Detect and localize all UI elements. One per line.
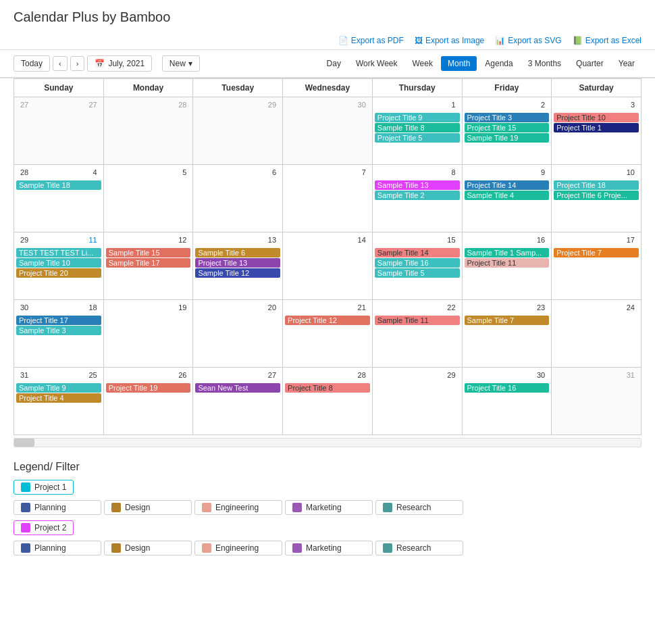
event-2-6-0[interactable]: Project Title 7	[554, 248, 639, 257]
tab-quarter[interactable]: Quarter	[569, 56, 610, 71]
legend-item-engineering-2[interactable]: Engineering	[194, 541, 282, 555]
export-svg-button[interactable]: 📊 Export as SVG	[495, 36, 561, 45]
calendar-day-2-3[interactable]: 14	[283, 232, 373, 300]
calendar-day-4-4[interactable]: 29	[372, 368, 462, 435]
tab-year[interactable]: Year	[612, 56, 641, 71]
calendar-day-0-5[interactable]: 2Project Title 3Project Title 15Sample T…	[462, 97, 552, 165]
event-2-2-0[interactable]: Sample Title 6	[195, 248, 280, 257]
tab-agenda[interactable]: Agenda	[478, 56, 519, 71]
event-0-5-2[interactable]: Sample Title 19	[465, 133, 550, 143]
calendar-day-3-4[interactable]: 22Sample Title 11	[372, 300, 462, 368]
calendar-day-2-4[interactable]: 15Sample Title 14Sample Title 16Sample T…	[372, 232, 462, 300]
event-1-4-0[interactable]: Sample Title 13	[375, 180, 460, 190]
event-0-4-1[interactable]: Sample Title 8	[375, 123, 460, 132]
horizontal-scrollbar[interactable]	[14, 438, 641, 447]
event-4-5-0[interactable]: Project Title 16	[465, 383, 550, 393]
calendar-day-0-0[interactable]: 2727	[14, 97, 104, 165]
event-0-4-2[interactable]: Project Title 5	[375, 133, 460, 143]
calendar-day-1-3[interactable]: 7	[283, 165, 373, 232]
event-4-0-0[interactable]: Sample Title 9	[16, 383, 101, 393]
calendar-day-3-2[interactable]: 20	[193, 300, 283, 368]
today-button[interactable]: Today	[14, 55, 50, 72]
calendar-day-3-1[interactable]: 19	[103, 300, 193, 368]
event-2-1-0[interactable]: Sample Title 15	[106, 248, 191, 257]
event-2-1-1[interactable]: Sample Title 17	[106, 258, 191, 268]
event-0-5-0[interactable]: Project Title 3	[465, 113, 550, 122]
event-2-0-2[interactable]: Project Title 20	[16, 268, 101, 278]
calendar-day-2-5[interactable]: 16Sample Title 1 Samp...Project Title 11	[462, 232, 552, 300]
calendar-day-4-5[interactable]: 30Project Title 16	[462, 368, 552, 435]
new-button[interactable]: New ▾	[162, 55, 200, 72]
tab-month[interactable]: Month	[441, 56, 477, 71]
calendar-day-0-2[interactable]: 29	[193, 97, 283, 165]
legend-item-planning-2[interactable]: Planning	[14, 541, 101, 555]
event-4-0-1[interactable]: Project Title 4	[16, 393, 101, 403]
calendar-day-4-0[interactable]: 3125Sample Title 9Project Title 4	[14, 368, 104, 435]
scroll-thumb[interactable]	[14, 439, 34, 447]
day-number-2-0[interactable]: 11	[85, 234, 100, 246]
event-1-6-0[interactable]: Project Title 18	[554, 180, 639, 190]
calendar-day-0-6[interactable]: 3Project Title 10Project Title 1	[552, 97, 641, 165]
prev-button[interactable]: ‹	[53, 56, 68, 71]
tab-week[interactable]: Week	[406, 56, 440, 71]
legend-project1[interactable]: Project 1	[14, 480, 74, 495]
event-0-6-0[interactable]: Project Title 10	[554, 113, 639, 122]
event-2-5-0[interactable]: Sample Title 1 Samp...	[465, 248, 550, 257]
event-0-6-1[interactable]: Project Title 1	[554, 123, 639, 132]
tab-workweek[interactable]: Work Week	[349, 56, 404, 71]
tab-day[interactable]: Day	[320, 56, 348, 71]
event-2-4-2[interactable]: Sample Title 5	[375, 268, 460, 278]
event-3-4-0[interactable]: Sample Title 11	[375, 316, 460, 325]
calendar-day-2-1[interactable]: 12Sample Title 15Sample Title 17	[103, 232, 193, 300]
calendar-day-1-1[interactable]: 5	[103, 165, 193, 232]
event-1-6-1[interactable]: Project Title 6 Proje...	[554, 191, 639, 200]
calendar-day-3-6[interactable]: 24	[552, 300, 641, 368]
event-2-5-1[interactable]: Project Title 11	[465, 258, 550, 268]
calendar-day-1-5[interactable]: 9Project Title 14Sample Title 4	[462, 165, 552, 232]
export-image-button[interactable]: 🖼 Export as Image	[415, 36, 484, 45]
event-1-4-1[interactable]: Sample Title 2	[375, 191, 460, 200]
event-4-3-0[interactable]: Project Title 8	[285, 383, 370, 393]
event-2-0-1[interactable]: Sample Title 10	[16, 258, 101, 268]
legend-item-engineering-1[interactable]: Engineering	[194, 500, 282, 515]
event-1-5-0[interactable]: Project Title 14	[465, 180, 550, 190]
current-date-button[interactable]: 📅 July, 2021	[87, 55, 152, 72]
export-pdf-button[interactable]: 📄 Export as PDF	[338, 36, 404, 45]
calendar-day-4-2[interactable]: 27Sean New Test	[193, 368, 283, 435]
export-excel-button[interactable]: 📗 Export as Excel	[573, 36, 641, 45]
calendar-day-4-6[interactable]: 31	[552, 368, 641, 435]
calendar-day-0-3[interactable]: 30	[283, 97, 373, 165]
legend-item-design-1[interactable]: Design	[104, 500, 192, 515]
legend-item-marketing-2[interactable]: Marketing	[285, 541, 373, 555]
event-3-0-0[interactable]: Project Title 17	[16, 316, 101, 325]
legend-project2[interactable]: Project 2	[14, 520, 74, 535]
calendar-day-0-1[interactable]: 28	[103, 97, 193, 165]
calendar-day-3-5[interactable]: 23Sample Title 7	[462, 300, 552, 368]
event-2-0-0[interactable]: TEST TEST TEST Li...	[16, 248, 101, 257]
event-2-4-1[interactable]: Sample Title 16	[375, 258, 460, 268]
event-0-4-0[interactable]: Project Title 9	[375, 113, 460, 122]
event-3-0-1[interactable]: Sample Title 3	[16, 326, 101, 335]
legend-item-research-1[interactable]: Research	[375, 500, 463, 515]
event-2-2-1[interactable]: Project Title 13	[195, 258, 280, 268]
legend-item-design-2[interactable]: Design	[104, 541, 192, 555]
event-0-5-1[interactable]: Project Title 15	[465, 123, 550, 132]
calendar-day-1-6[interactable]: 10Project Title 18Project Title 6 Proje.…	[552, 165, 641, 232]
event-4-2-0[interactable]: Sean New Test	[195, 383, 280, 393]
event-3-3-0[interactable]: Project Title 12	[285, 316, 370, 325]
calendar-day-2-6[interactable]: 17Project Title 7	[552, 232, 641, 300]
legend-item-research-2[interactable]: Research	[375, 541, 463, 555]
legend-item-marketing-1[interactable]: Marketing	[285, 500, 373, 515]
calendar-day-4-3[interactable]: 28Project Title 8	[283, 368, 373, 435]
legend-item-planning-1[interactable]: Planning	[14, 500, 101, 515]
tab-3months[interactable]: 3 Months	[521, 56, 568, 71]
calendar-day-4-1[interactable]: 26Project Title 19	[103, 368, 193, 435]
event-1-0-0[interactable]: Sample Title 18	[16, 180, 101, 190]
calendar-day-0-4[interactable]: 1Project Title 9Sample Title 8Project Ti…	[372, 97, 462, 165]
event-1-5-1[interactable]: Sample Title 4	[465, 191, 550, 200]
calendar-day-1-0[interactable]: 284Sample Title 18	[14, 165, 104, 232]
calendar-day-3-3[interactable]: 21Project Title 12	[283, 300, 373, 368]
event-3-5-0[interactable]: Sample Title 7	[465, 316, 550, 325]
event-2-4-0[interactable]: Sample Title 14	[375, 248, 460, 257]
calendar-day-2-0[interactable]: 2911TEST TEST TEST Li...Sample Title 10P…	[14, 232, 104, 300]
